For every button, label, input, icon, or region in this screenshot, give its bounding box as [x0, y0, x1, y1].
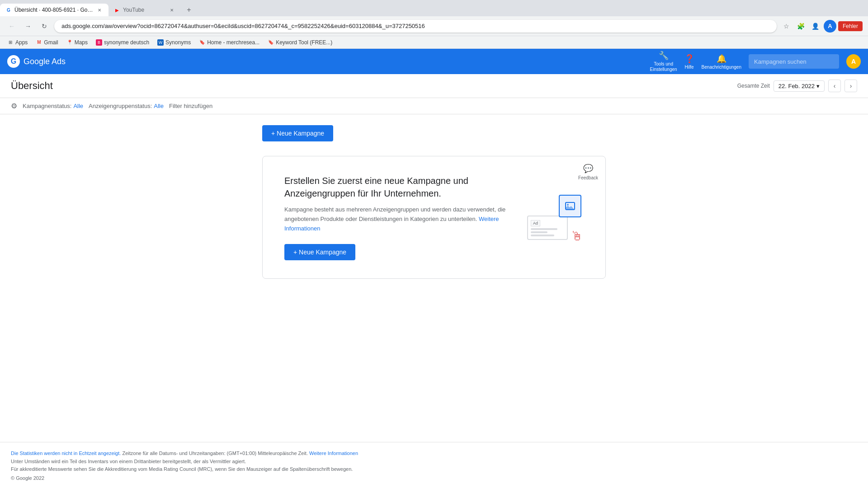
footer-more-info-link[interactable]: Weitere Informationen	[309, 450, 358, 456]
ads-logo-icon: G	[7, 55, 20, 68]
tab-ads-close[interactable]: ✕	[96, 6, 103, 14]
date-prev-button[interactable]: ‹	[828, 80, 841, 92]
adgroup-status-value: Alle	[154, 103, 164, 109]
extension-icon[interactable]: 🧩	[795, 20, 807, 33]
address-bar: ← → ↻ ☆ 🧩 👤 A Fehler	[0, 16, 868, 36]
help-icon: ❓	[684, 54, 694, 64]
forward-button[interactable]: →	[22, 20, 34, 33]
bookmark-apps-favicon: ⊞	[7, 39, 14, 46]
bookmark-synonyme[interactable]: B synonyme deutsch	[92, 38, 153, 47]
date-selector[interactable]: 22. Feb. 2022 ▾	[774, 80, 825, 92]
bookmark-star-icon[interactable]: ☆	[780, 20, 793, 33]
date-range: Gesamte Zeit 22. Feb. 2022 ▾ ‹ ›	[737, 80, 857, 92]
campaign-status-filter[interactable]: Kampagnenstatus: Alle	[23, 103, 83, 109]
bookmark-synonyms-favicon: W	[157, 39, 164, 46]
tab-youtube-title: YouTube	[123, 7, 165, 13]
new-campaign-button-main[interactable]: + Neue Kampagne	[284, 244, 355, 260]
address-input[interactable]	[54, 20, 777, 33]
feedback-button[interactable]: 💬 Feedback	[578, 164, 598, 180]
app-container: G Google Ads 🔧 Tools undEinstellungen ❓ …	[0, 49, 868, 488]
image-icon	[565, 201, 576, 211]
top-nav-actions: 🔧 Tools undEinstellungen ❓ Hilfe 🔔 Benac…	[650, 51, 861, 72]
empty-state-desc-text: Kampagne besteht aus mehreren Anzeigengr…	[284, 206, 505, 222]
ad-card: Ad	[527, 216, 568, 240]
bookmark-home[interactable]: 🔖 Home - merchresea...	[195, 38, 263, 47]
page-header: Übersicht Gesamte Zeit 22. Feb. 2022 ▾ ‹…	[0, 74, 868, 98]
help-label: Hilfe	[685, 65, 694, 70]
footer-line2: Unter Umständen wird ein Teil des Invent…	[11, 459, 246, 464]
user-avatar[interactable]: A	[846, 54, 861, 69]
bookmark-synonyms-label: Synonyms	[165, 39, 191, 46]
filter-icon: ⚙	[11, 102, 17, 110]
bookmark-maps[interactable]: 📍 Maps	[63, 38, 91, 47]
tools-label: Tools undEinstellungen	[650, 61, 677, 72]
user-profile-button[interactable]: A	[824, 20, 836, 33]
footer-stats-link[interactable]: Die Statistiken werden nicht in Echtzeit…	[11, 450, 121, 456]
bookmark-synonyme-favicon: B	[96, 39, 102, 46]
ad-line-1	[531, 228, 557, 230]
tab-bar: G Übersicht · 400-805-6921 · Goo... ✕ ▶ …	[0, 0, 868, 16]
footer-timezone: Zeitzone für alle Datums- und Uhrzeitang…	[122, 450, 309, 456]
date-value: 22. Feb. 2022	[778, 83, 815, 89]
bookmark-keyword-label: Keyword Tool (FREE...)	[276, 39, 332, 46]
address-actions: ☆ 🧩 👤 A Fehler	[780, 20, 863, 33]
tab-ads-title: Übersicht · 400-805-6921 · Goo...	[14, 7, 93, 13]
ad-badge: Ad	[531, 220, 540, 226]
notifications-label: Benachrichtigungen	[702, 65, 741, 70]
date-dropdown-icon: ▾	[816, 83, 820, 89]
reload-button[interactable]: ↻	[38, 20, 51, 33]
adgroup-status-filter[interactable]: Anzeigengruppenstatus: Alle	[89, 103, 164, 109]
notifications-icon: 🔔	[717, 54, 726, 64]
search-input[interactable]	[749, 54, 839, 69]
footer-copyright: © Google 2022	[11, 475, 857, 481]
tools-settings-action[interactable]: 🔧 Tools undEinstellungen	[650, 51, 677, 72]
tab-ads-favicon: G	[5, 7, 12, 13]
empty-state-desc: Kampagne besteht aus mehreren Anzeigengr…	[284, 205, 507, 233]
main-content: + Neue Kampagne 💬 Feedback Erstellen Sie…	[0, 114, 868, 290]
campaign-status-value: Alle	[73, 103, 83, 109]
date-label: Gesamte Zeit	[737, 83, 770, 89]
content-area: 💬 Feedback Erstellen Sie zuerst eine neu…	[11, 156, 857, 279]
footer-line3: Für akkreditierte Messwerte sehen Sie di…	[11, 466, 353, 472]
new-campaign-button-top[interactable]: + Neue Kampagne	[262, 125, 333, 141]
tab-youtube[interactable]: ▶ YouTube ✕	[108, 4, 181, 16]
app-name: Google Ads	[24, 57, 66, 66]
bookmark-synonyms[interactable]: W Synonyms	[154, 38, 194, 47]
tools-icon: 🔧	[659, 51, 669, 61]
back-button[interactable]: ←	[5, 20, 18, 33]
empty-state-card: 💬 Feedback Erstellen Sie zuerst eine neu…	[262, 156, 606, 279]
bookmark-keyword[interactable]: 🔖 Keyword Tool (FREE...)	[264, 38, 336, 47]
svg-point-1	[567, 204, 569, 206]
footer-line1: Die Statistiken werden nicht in Echtzeit…	[11, 450, 358, 456]
bookmark-gmail[interactable]: M Gmail	[32, 38, 61, 47]
filter-bar: ⚙ Kampagnenstatus: Alle Anzeigengruppens…	[0, 98, 868, 114]
help-action[interactable]: ❓ Hilfe	[684, 54, 694, 70]
date-next-button[interactable]: ›	[844, 80, 857, 92]
page-title: Übersicht	[11, 80, 53, 92]
add-filter-button[interactable]: Filter hinzufügen	[169, 103, 212, 109]
profile-icon[interactable]: 👤	[809, 20, 822, 33]
bookmark-gmail-label: Gmail	[44, 39, 58, 46]
tab-youtube-close[interactable]: ✕	[168, 6, 175, 14]
top-nav: G Google Ads 🔧 Tools undEinstellungen ❓ …	[0, 49, 868, 74]
bookmark-gmail-favicon: M	[36, 39, 42, 46]
bookmark-keyword-favicon: 🔖	[268, 39, 274, 46]
error-button[interactable]: Fehler	[838, 21, 863, 31]
footer-text: Die Statistiken werden nicht in Echtzeit…	[11, 450, 857, 474]
bookmarks-bar: ⊞ Apps M Gmail 📍 Maps B synonyme deutsch…	[0, 36, 868, 49]
google-ads-g: G	[11, 57, 16, 66]
tab-ads[interactable]: G Übersicht · 400-805-6921 · Goo... ✕	[0, 4, 108, 16]
feedback-icon: 💬	[583, 164, 593, 174]
empty-state-text: Erstellen Sie zuerst eine neue Kampagne …	[284, 174, 507, 260]
adgroup-status-label: Anzeigengruppenstatus:	[89, 103, 152, 109]
bookmark-apps-label: Apps	[15, 39, 28, 46]
cursor-icon: 🖱	[571, 229, 583, 244]
bookmark-apps[interactable]: ⊞ Apps	[4, 38, 31, 47]
new-tab-button[interactable]: +	[183, 4, 195, 16]
bookmark-home-label: Home - merchresea...	[207, 39, 259, 46]
ads-logo: G Google Ads	[7, 55, 66, 68]
feedback-label: Feedback	[578, 175, 598, 180]
bookmark-maps-label: Maps	[75, 39, 88, 46]
notifications-action[interactable]: 🔔 Benachrichtigungen	[702, 54, 741, 70]
ad-lines	[531, 228, 564, 236]
